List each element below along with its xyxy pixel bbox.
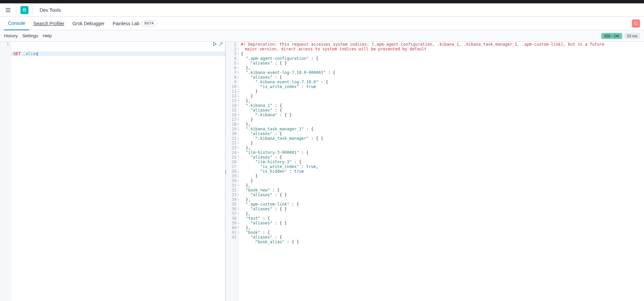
tab-painless-lab[interactable]: Painless Lab BETA (109, 17, 161, 30)
http-method: GET (13, 51, 21, 56)
line-number[interactable]: 30 (225, 178, 238, 183)
json-key: "book" (246, 230, 260, 235)
code-line: ".apm-custom-link" : { (239, 202, 644, 207)
json-punc: : { (270, 188, 280, 192)
workspace: 1 GET _alias 123456789101112131415161718… (0, 42, 644, 301)
request-path: _alias (23, 51, 38, 56)
line-number[interactable]: 41 (225, 230, 238, 235)
line-number: 42 (225, 235, 238, 240)
line-number[interactable]: 5 (225, 61, 238, 66)
time-pill: 23 ms (624, 33, 640, 39)
line-number[interactable]: 7 (225, 70, 238, 75)
line-number[interactable]: 17 (225, 117, 238, 122)
json-key: "aliases" (251, 192, 272, 197)
top-strip (0, 0, 644, 3)
json-punc: : { } (272, 221, 287, 225)
request-actions (213, 42, 223, 46)
tabs: Console Search Profiler Grok Debugger Pa… (0, 17, 644, 30)
help-link[interactable]: Help (43, 33, 52, 38)
response-viewer[interactable]: #! Deprecation: this request accesses sy… (239, 42, 644, 301)
line-number[interactable]: 39 (225, 221, 238, 225)
code-line: } (239, 141, 644, 145)
line-number[interactable]: 37 (225, 211, 238, 216)
line-number[interactable]: 10 (225, 84, 238, 89)
splitter[interactable]: || (224, 42, 227, 301)
code-line: "aliases" : { (239, 155, 644, 160)
json-punc: }, (246, 225, 250, 230)
line-number[interactable]: 8 (225, 75, 238, 80)
line-number[interactable]: 33 (225, 192, 238, 197)
tab-grok-debugger[interactable]: Grok Debugger (68, 17, 109, 30)
json-punc: : { } (272, 61, 287, 66)
code-line: "is_hidden" : true (239, 169, 644, 174)
code-line: "is_write_index" : true (239, 84, 644, 89)
json-punc: , (316, 164, 318, 169)
json-key: "is_hidden" (260, 169, 287, 174)
json-punc: }, (246, 98, 250, 103)
line-number[interactable]: 22 (225, 141, 238, 145)
json-punc: }, (246, 145, 250, 150)
json-bool: true (294, 169, 304, 174)
tab-painless-lab-label: Painless Lab (113, 21, 140, 26)
line-number[interactable]: 21 (225, 136, 238, 141)
code-line: }, (239, 183, 644, 188)
code-line: ".kibana-event-log-7.10.0-000001" : { (239, 70, 644, 75)
line-number[interactable]: 13 (225, 98, 238, 103)
line-number[interactable]: 36 (225, 207, 238, 211)
json-punc: : { } (272, 207, 287, 211)
json-bool: true (306, 164, 316, 169)
line-number[interactable]: 28 (225, 169, 238, 174)
subbar: History Settings Help 200 - OK 23 ms (0, 30, 644, 42)
line-number[interactable]: 25 (225, 155, 238, 160)
line-number[interactable]: 40 (225, 225, 238, 230)
json-punc: } (251, 178, 253, 183)
json-punc: : { (292, 160, 302, 164)
request-editor[interactable]: GET _alias (11, 42, 225, 301)
json-punc: : { (272, 103, 282, 108)
hamburger-menu-button[interactable] (3, 5, 13, 15)
code-line: } (239, 94, 644, 98)
json-punc: : { } (284, 240, 299, 244)
play-icon[interactable] (213, 42, 217, 46)
beta-badge: BETA (142, 20, 157, 26)
request-line[interactable]: GET _alias (11, 51, 225, 56)
line-number[interactable]: 29 (225, 174, 238, 178)
json-punc: : (299, 84, 306, 89)
line-number[interactable]: 11 (225, 89, 238, 94)
line-number[interactable]: 18 (225, 122, 238, 127)
wrench-icon[interactable] (219, 42, 223, 46)
settings-link[interactable]: Settings (22, 33, 38, 38)
line-number[interactable]: 6 (225, 66, 238, 70)
line-number[interactable]: 34 (225, 197, 238, 202)
search-button[interactable] (632, 19, 640, 28)
code-line: "book" : { (239, 230, 644, 235)
line-number[interactable]: 23 (225, 145, 238, 150)
code-line: ".kibana_task_manager" : { } (239, 136, 644, 141)
line-number[interactable]: 14 (225, 103, 238, 108)
code-line: }, (239, 122, 644, 127)
history-link[interactable]: History (4, 33, 17, 38)
json-punc: }, (246, 122, 250, 127)
app-badge[interactable]: D (20, 6, 29, 14)
json-key: ".kibana_task_manager" (255, 136, 309, 141)
json-punc: : (299, 164, 306, 169)
divider (16, 5, 16, 15)
line-number[interactable]: 19 (225, 127, 238, 131)
json-punc: } (251, 117, 253, 122)
line-number[interactable]: 24 (225, 150, 238, 155)
line-number[interactable]: 16 (225, 113, 238, 117)
code-line: } (239, 117, 644, 122)
json-key: ".kibana-event-log-7.10.0" (255, 80, 318, 84)
line-number[interactable]: 12 (225, 94, 238, 98)
line-number[interactable]: 3 (225, 51, 238, 56)
line-number[interactable]: 2 (225, 47, 238, 51)
tab-search-profiler[interactable]: Search Profiler (29, 17, 68, 30)
tab-console[interactable]: Console (4, 17, 29, 30)
response-gutter: 1234567891011121314151617181920212223242… (225, 42, 239, 301)
code-line: "aliases" : { (239, 108, 644, 113)
line-number[interactable]: 31 (225, 183, 238, 188)
line-number: 27 (225, 164, 238, 169)
json-key: ".apm-agent-configuration" (246, 56, 309, 61)
json-punc: : { (299, 150, 309, 155)
request-pane: 1 GET _alias (0, 42, 225, 301)
